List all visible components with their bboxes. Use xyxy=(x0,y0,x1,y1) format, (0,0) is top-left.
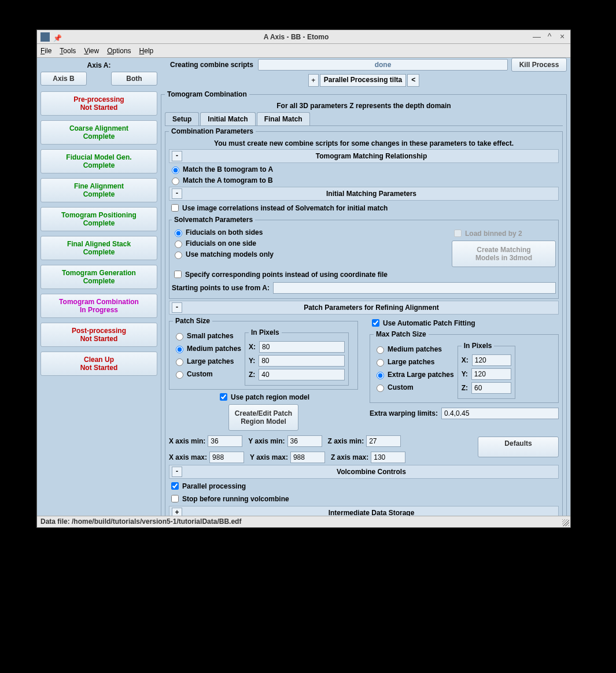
radio-a-to-b[interactable] xyxy=(172,178,179,185)
menubar: File Tools View Options Help xyxy=(37,44,570,58)
collapse-patch-button[interactable]: - xyxy=(172,302,182,313)
tab-initial-match[interactable]: Initial Match xyxy=(200,112,255,125)
sidebar: Axis A: Axis B Both Pre-processingNot St… xyxy=(37,58,161,516)
input-px-z[interactable] xyxy=(259,369,345,380)
collapse-initial-button[interactable]: - xyxy=(172,188,182,199)
tomogram-combination-fieldset: Tomogram Combination For all 3D paramete… xyxy=(161,90,567,516)
sidebar-title: Axis A: xyxy=(40,61,157,69)
label-load-binned: Load binned by 2 xyxy=(465,230,522,238)
stage-button-2[interactable]: Fiducial Model Gen.Complete xyxy=(40,149,157,173)
stage-button-4[interactable]: Tomogram PositioningComplete xyxy=(40,207,157,231)
stage-button-3[interactable]: Fine AlignmentComplete xyxy=(40,178,157,202)
radio-medium-patches[interactable] xyxy=(176,346,183,353)
input-maxpx-y[interactable] xyxy=(471,368,511,380)
kill-process-button[interactable]: Kill Process xyxy=(511,58,567,72)
input-x-max[interactable] xyxy=(209,452,244,463)
close-button[interactable]: × xyxy=(558,32,567,42)
create-matching-models-button: Create Matching Models in 3dmod xyxy=(452,241,556,267)
max-pixels-fieldset: In Pixels X: Y: Z: xyxy=(458,342,515,399)
initial-matching-title: Initial Matching Parameters xyxy=(185,188,558,199)
stage-button-7[interactable]: Tomogram CombinationIn Progress xyxy=(40,294,157,318)
maximize-button[interactable]: ^ xyxy=(545,32,554,42)
resize-grip[interactable] xyxy=(562,519,569,526)
radio-max-large[interactable] xyxy=(377,359,384,367)
radio-max-medium[interactable] xyxy=(377,346,384,354)
input-starting-points[interactable] xyxy=(273,282,556,294)
window-title: A Axis - BB - Etomo xyxy=(64,33,529,41)
stage-button-8[interactable]: Post-processingNot Started xyxy=(40,323,157,347)
radio-custom-patches[interactable] xyxy=(176,371,183,379)
storage-title: Intermediate Data Storage xyxy=(185,507,558,516)
combination-parameters-fieldset: Combination Parameters You must create n… xyxy=(165,127,563,516)
expand-storage-button[interactable]: + xyxy=(172,508,182,516)
app-icon xyxy=(40,32,50,42)
input-x-min[interactable] xyxy=(208,435,242,447)
label-starting-points: Starting points to use from A: xyxy=(172,284,270,292)
input-px-y[interactable] xyxy=(259,355,345,367)
menu-file[interactable]: File xyxy=(40,47,51,55)
check-stop-before-volcombine[interactable] xyxy=(171,495,179,502)
radio-use-models[interactable] xyxy=(175,252,182,259)
pixels-fieldset: In Pixels X: Y: Z: xyxy=(245,328,349,386)
menu-options[interactable]: Options xyxy=(107,47,131,55)
tab-final-match[interactable]: Final Match xyxy=(257,112,310,125)
axis-both-button[interactable]: Both xyxy=(111,72,157,86)
patch-size-legend: Patch Size xyxy=(173,317,212,325)
warning-text: You must create new combine scripts for … xyxy=(169,139,559,147)
stage-button-0[interactable]: Pre-processingNot Started xyxy=(40,91,157,116)
collapse-matching-button[interactable]: - xyxy=(172,151,182,161)
parallel-collapse-button[interactable]: < xyxy=(407,74,419,87)
volcombine-title: Volcombine Controls xyxy=(185,466,558,478)
radio-small-patches[interactable] xyxy=(176,333,183,341)
menu-view[interactable]: View xyxy=(84,47,99,55)
label-a-to-b: Match the A tomogram to B xyxy=(183,176,273,184)
label-specify-points: Specify corresponding points instead of … xyxy=(185,271,388,279)
stage-button-1[interactable]: Coarse AlignmentComplete xyxy=(40,120,157,145)
input-z-max[interactable] xyxy=(371,452,405,463)
check-use-correlations[interactable] xyxy=(171,204,179,212)
solvematch-fieldset: Solvematch Parameters Fiducials on both … xyxy=(169,216,559,299)
defaults-button[interactable]: Defaults xyxy=(478,437,559,457)
stage-button-9[interactable]: Clean UpNot Started xyxy=(40,352,157,376)
input-px-x[interactable] xyxy=(259,341,345,353)
input-y-min[interactable] xyxy=(287,435,322,447)
status-label: Creating combine scripts xyxy=(170,61,253,69)
create-region-model-button[interactable]: Create/Edit Patch Region Model xyxy=(228,404,298,431)
tomogram-combination-legend: Tomogram Combination xyxy=(165,90,249,98)
check-parallel-processing[interactable] xyxy=(171,482,179,490)
parallel-expand-button[interactable]: + xyxy=(308,74,319,87)
pin-icon[interactable]: 📌 xyxy=(53,34,59,40)
radio-large-patches[interactable] xyxy=(176,358,183,366)
check-auto-patch-fitting[interactable] xyxy=(372,319,379,327)
radio-max-custom[interactable] xyxy=(377,384,384,392)
solvematch-legend: Solvematch Parameters xyxy=(172,216,255,224)
label-b-to-a: Match the B tomogram to A xyxy=(183,165,273,173)
input-maxpx-x[interactable] xyxy=(472,354,511,366)
stage-button-5[interactable]: Final Aligned StackComplete xyxy=(40,236,157,260)
combination-parameters-legend: Combination Parameters xyxy=(169,127,256,135)
input-maxpx-z[interactable] xyxy=(471,382,511,394)
collapse-volcombine-button[interactable]: - xyxy=(172,467,182,477)
menu-tools[interactable]: Tools xyxy=(60,47,76,55)
status-bar-footer: Data file: /home/build/tutorials/version… xyxy=(37,516,570,527)
check-specify-points[interactable] xyxy=(174,271,182,278)
minimize-button[interactable]: — xyxy=(532,32,541,42)
radio-max-xl[interactable] xyxy=(377,372,384,379)
status-bar: done xyxy=(258,59,508,71)
main-panel: Creating combine scripts done Kill Proce… xyxy=(161,58,570,516)
input-y-max[interactable] xyxy=(290,452,325,463)
radio-b-to-a[interactable] xyxy=(172,167,179,174)
z-depth-note: For all 3D parameters Z represents the d… xyxy=(165,102,563,110)
menu-help[interactable]: Help xyxy=(139,47,154,55)
axis-b-button[interactable]: Axis B xyxy=(40,72,87,86)
radio-fid-one[interactable] xyxy=(175,241,182,248)
input-warp-limits[interactable] xyxy=(441,408,559,419)
matching-relationship-title: Tomogram Matching Relationship xyxy=(185,150,558,162)
check-use-region-model[interactable] xyxy=(220,393,227,401)
stage-button-6[interactable]: Tomogram GenerationComplete xyxy=(40,265,157,289)
titlebar[interactable]: 📌 A Axis - BB - Etomo — ^ × xyxy=(37,30,570,44)
input-z-min[interactable] xyxy=(366,435,401,447)
content: Axis A: Axis B Both Pre-processingNot St… xyxy=(37,58,570,516)
tab-setup[interactable]: Setup xyxy=(165,112,199,125)
radio-fid-both[interactable] xyxy=(175,230,182,237)
